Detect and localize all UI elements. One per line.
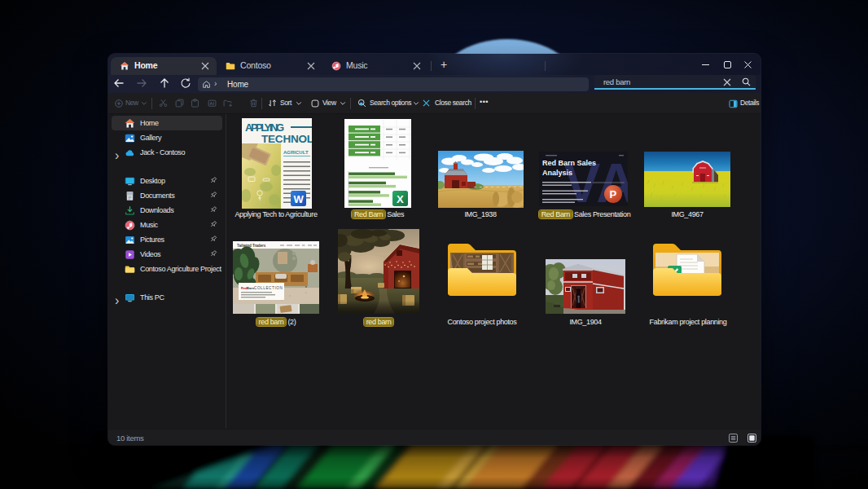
- svg-text:P: P: [610, 188, 617, 200]
- svg-text:X: X: [397, 193, 404, 205]
- svg-text:Red Barn Sales: Red Barn Sales: [542, 159, 596, 167]
- svg-text:Analysis: Analysis: [542, 169, 572, 177]
- svg-text:Tailwind Traders: Tailwind Traders: [237, 244, 266, 248]
- svg-text:AGRICULT: AGRICULT: [283, 150, 309, 155]
- svg-text:COLLECTION: COLLECTION: [254, 286, 283, 290]
- svg-text:APPLYING: APPLYING: [245, 121, 284, 134]
- svg-text:W: W: [294, 193, 305, 205]
- svg-text:TECHNOL: TECHNOL: [261, 133, 312, 145]
